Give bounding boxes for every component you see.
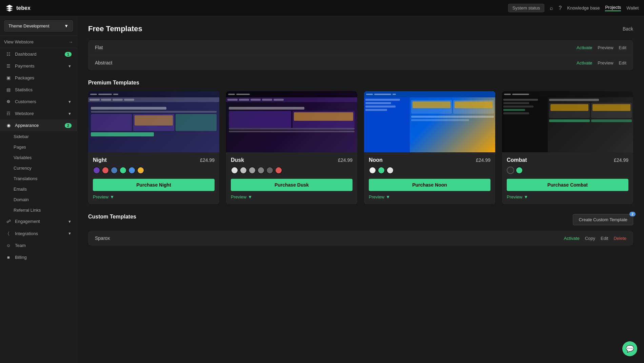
abstract-preview-link[interactable]: Preview	[598, 60, 613, 65]
sidebar-subitem-emails[interactable]: Emails	[0, 184, 77, 194]
combat-card-body: Combat £24.99 Purchase Combat Preview ▼	[502, 152, 633, 204]
sparox-edit-link[interactable]: Edit	[601, 236, 608, 241]
search-icon[interactable]: ⌕	[550, 5, 553, 11]
sidebar-subitem-translations[interactable]: Translations	[0, 173, 77, 184]
topnav-knowledge-base[interactable]: Knowledge base	[567, 5, 600, 11]
sidebar-item-team[interactable]: ☺ Team	[0, 240, 77, 251]
night-preview-mockup	[88, 91, 219, 152]
flat-edit-link[interactable]: Edit	[619, 45, 626, 50]
swatch[interactable]	[266, 167, 274, 174]
night-purchase-button[interactable]: Purchase Night	[93, 179, 215, 191]
swatch[interactable]	[119, 167, 127, 174]
night-swatches	[93, 167, 215, 174]
dashboard-badge: 1	[65, 52, 72, 57]
swatch[interactable]	[231, 167, 238, 174]
sidebar-item-engagement[interactable]: ☍ Engagement ▼	[0, 215, 77, 227]
sidebar-item-integrations[interactable]: 〈 Integrations ▼	[0, 227, 77, 240]
sparox-copy-link[interactable]: Copy	[585, 236, 595, 241]
noon-preview-mockup	[364, 91, 495, 152]
sparox-template-name: Sparox	[95, 235, 564, 241]
swatch[interactable]	[110, 167, 118, 174]
dusk-swatches	[231, 167, 353, 174]
sidebar-subitem-currency[interactable]: Currency	[0, 163, 77, 173]
sidebar-item-dashboard[interactable]: ☷ Dashboard 1	[0, 48, 77, 60]
swatch[interactable]	[275, 167, 282, 174]
page-header: Free Templates Back	[88, 24, 633, 33]
swatch[interactable]	[516, 167, 523, 174]
sparox-template-actions: Activate Copy Edit Delete	[564, 236, 626, 241]
noon-preview-button[interactable]: Preview ▼	[369, 194, 390, 199]
noon-purchase-button[interactable]: Purchase Noon	[369, 179, 490, 191]
chevron-down-icon: ▼	[386, 194, 390, 199]
noon-price: £24.99	[476, 157, 490, 163]
swatch[interactable]	[507, 167, 514, 174]
abstract-activate-link[interactable]: Activate	[577, 60, 592, 65]
sidebar-item-billing[interactable]: ■ Billing	[0, 251, 77, 263]
combat-preview-button[interactable]: Preview ▼	[507, 194, 528, 199]
sidebar-subitem-referral-links[interactable]: Referral Links	[0, 205, 77, 215]
dusk-preview-button[interactable]: Preview ▼	[231, 194, 252, 199]
night-price: £24.99	[200, 157, 215, 163]
back-link[interactable]: Back	[623, 26, 633, 32]
dashboard-icon: ☷	[5, 52, 12, 57]
combat-purchase-button[interactable]: Purchase Combat	[507, 179, 628, 191]
sidebar-item-webstore[interactable]: ☶ Webstore ▼	[0, 108, 77, 119]
swatch[interactable]	[378, 167, 385, 174]
free-template-flat: Flat Activate Preview Edit	[88, 40, 633, 55]
create-template-badge: 2	[629, 212, 636, 216]
night-card-body: Night £24.99 Purchase Night Preview	[88, 152, 219, 204]
view-webstore-link[interactable]: View Webstore →	[0, 36, 77, 48]
swatch[interactable]	[257, 167, 265, 174]
layout: Theme Development ▼ View Webstore → ☷ Da…	[0, 16, 644, 363]
sidebar-item-statistics[interactable]: ▤ Statistics	[0, 84, 77, 96]
topnav-wallet[interactable]: Wallet	[626, 5, 639, 11]
noon-card-body: Noon £24.99 Purchase Noon Preview ▼	[364, 152, 495, 204]
sidebar-subitem-variables[interactable]: Variables	[0, 152, 77, 163]
appearance-badge: 2	[65, 123, 72, 128]
premium-card-noon: Noon £24.99 Purchase Noon Preview ▼	[364, 91, 495, 204]
sparox-activate-link[interactable]: Activate	[564, 236, 579, 241]
swatch[interactable]	[369, 167, 376, 174]
sidebar-item-payments[interactable]: ☰ Payments ▼	[0, 60, 77, 72]
sparox-delete-link[interactable]: Delete	[613, 236, 626, 241]
noon-name: Noon	[369, 157, 383, 163]
dusk-purchase-button[interactable]: Purchase Dusk	[231, 179, 353, 191]
sidebar-item-packages[interactable]: ▣ Packages	[0, 72, 77, 84]
sidebar-item-customers[interactable]: ☸ Customers ▼	[0, 96, 77, 108]
main-content: Free Templates Back Flat Activate Previe…	[77, 16, 644, 363]
sidebar-subitem-sidebar[interactable]: Sidebar	[0, 131, 77, 142]
flat-template-name: Flat	[95, 45, 577, 50]
custom-section-header: Custom Templates Create Custom Template …	[88, 214, 633, 225]
premium-card-night: Night £24.99 Purchase Night Preview	[88, 91, 219, 204]
chevron-down-icon: ▼	[524, 194, 528, 199]
sidebar: Theme Development ▼ View Webstore → ☷ Da…	[0, 16, 77, 363]
night-preview-button[interactable]: Preview ▼	[93, 194, 114, 199]
packages-icon: ▣	[5, 75, 12, 80]
flat-preview-link[interactable]: Preview	[598, 45, 613, 50]
sidebar-subitem-pages[interactable]: Pages	[0, 142, 77, 152]
team-icon: ☺	[5, 243, 12, 248]
swatch[interactable]	[128, 167, 136, 174]
sidebar-item-appearance[interactable]: ◉ Appearance 2	[0, 119, 77, 131]
payments-chevron: ▼	[68, 64, 72, 68]
combat-price: £24.99	[614, 157, 628, 163]
swatch[interactable]	[386, 167, 394, 174]
integrations-icon: 〈	[5, 231, 12, 236]
create-custom-template-button[interactable]: Create Custom Template 2	[573, 214, 633, 225]
chat-bubble[interactable]: 💬	[622, 341, 637, 356]
swatch[interactable]	[137, 167, 144, 174]
swatch[interactable]	[248, 167, 256, 174]
store-selector[interactable]: Theme Development ▼	[4, 20, 73, 32]
swatch[interactable]	[240, 167, 247, 174]
sidebar-subitem-domain[interactable]: Domain	[0, 194, 77, 205]
help-icon[interactable]: ?	[559, 5, 562, 11]
topnav-projects[interactable]: Projects	[605, 5, 621, 11]
swatch[interactable]	[102, 167, 109, 174]
swatch[interactable]	[93, 167, 100, 174]
webstore-icon: ☶	[5, 111, 12, 116]
flat-activate-link[interactable]: Activate	[577, 45, 592, 50]
system-status-button[interactable]: System status	[508, 4, 545, 12]
dusk-price: £24.99	[338, 157, 353, 163]
abstract-edit-link[interactable]: Edit	[619, 60, 626, 65]
logo[interactable]: tebex	[5, 4, 31, 12]
